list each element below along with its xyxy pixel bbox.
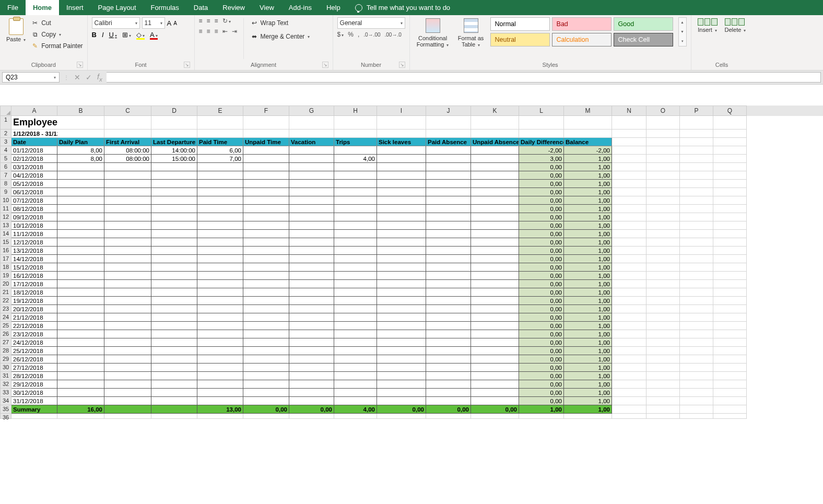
menu-formulas[interactable]: Formulas xyxy=(144,0,186,15)
cell[interactable] xyxy=(612,397,646,405)
cell[interactable] xyxy=(471,155,519,163)
cell[interactable] xyxy=(289,205,334,213)
cell[interactable] xyxy=(151,405,197,414)
cell[interactable] xyxy=(680,138,713,146)
cell[interactable] xyxy=(197,305,243,313)
cell[interactable] xyxy=(377,305,426,313)
cell[interactable] xyxy=(680,405,713,414)
cell[interactable] xyxy=(197,414,243,419)
cell[interactable] xyxy=(713,305,747,313)
cell[interactable] xyxy=(289,380,334,389)
cell[interactable] xyxy=(713,196,747,205)
row-header-7[interactable]: 7 xyxy=(0,171,11,180)
cell[interactable] xyxy=(334,397,377,405)
cell[interactable] xyxy=(426,330,471,338)
cell[interactable] xyxy=(646,364,680,372)
cell[interactable] xyxy=(612,130,646,138)
cell[interactable] xyxy=(471,163,519,171)
cell[interactable]: 15:00:00 xyxy=(151,155,197,163)
align-top-icon[interactable]: ≡ xyxy=(199,17,203,25)
cell[interactable] xyxy=(197,180,243,188)
cell[interactable] xyxy=(377,263,426,272)
col-header-N[interactable]: N xyxy=(612,106,646,116)
cell[interactable] xyxy=(377,380,426,389)
cell[interactable] xyxy=(151,130,197,138)
cell[interactable] xyxy=(289,130,334,138)
row-header-12[interactable]: 12 xyxy=(0,213,11,221)
clipboard-launcher[interactable]: ↘ xyxy=(77,62,83,68)
cell[interactable] xyxy=(243,355,289,364)
cell[interactable] xyxy=(612,163,646,171)
cell[interactable] xyxy=(471,389,519,397)
cell[interactable] xyxy=(151,116,197,130)
cell[interactable] xyxy=(197,247,243,255)
cell[interactable] xyxy=(680,364,713,372)
cell[interactable] xyxy=(243,280,289,288)
cell[interactable] xyxy=(471,272,519,280)
cell[interactable] xyxy=(197,221,243,230)
tell-me[interactable]: Tell me what you want to do xyxy=(348,0,450,15)
cell[interactable] xyxy=(377,116,426,130)
style-check-cell[interactable]: Check Cell xyxy=(614,33,673,46)
cell[interactable] xyxy=(151,213,197,221)
cell[interactable] xyxy=(377,238,426,247)
cell[interactable] xyxy=(334,263,377,272)
cell[interactable] xyxy=(243,288,289,297)
cell[interactable] xyxy=(243,155,289,163)
cell[interactable] xyxy=(243,364,289,372)
cell[interactable] xyxy=(243,305,289,313)
cell[interactable] xyxy=(426,347,471,355)
cell[interactable] xyxy=(243,171,289,180)
cell[interactable] xyxy=(334,372,377,380)
cell[interactable] xyxy=(713,364,747,372)
cell[interactable] xyxy=(612,116,646,130)
cell[interactable]: Vacation xyxy=(289,138,334,146)
cell[interactable] xyxy=(104,171,151,180)
cell[interactable] xyxy=(57,221,104,230)
cell[interactable] xyxy=(471,280,519,288)
cell[interactable] xyxy=(426,355,471,364)
cell[interactable]: 1,00 xyxy=(564,330,612,338)
cell[interactable]: 08:00:00 xyxy=(104,155,151,163)
cell[interactable] xyxy=(104,163,151,171)
cell[interactable] xyxy=(713,355,747,364)
cell[interactable] xyxy=(243,247,289,255)
cell[interactable] xyxy=(197,322,243,330)
cell[interactable] xyxy=(151,288,197,297)
cell[interactable] xyxy=(243,163,289,171)
cell[interactable] xyxy=(646,255,680,263)
cell[interactable]: 12/12/2018 xyxy=(11,238,57,247)
cell[interactable] xyxy=(377,213,426,221)
conditional-formatting-button[interactable]: Conditional Formatting xyxy=(414,17,452,49)
cell[interactable] xyxy=(334,355,377,364)
cell[interactable] xyxy=(289,389,334,397)
cell[interactable] xyxy=(57,305,104,313)
cell[interactable] xyxy=(197,364,243,372)
cell[interactable] xyxy=(197,230,243,238)
cell[interactable] xyxy=(612,138,646,146)
cell[interactable]: 26/12/2018 xyxy=(11,355,57,364)
menu-page-layout[interactable]: Page Layout xyxy=(91,0,144,15)
cell[interactable]: 0,00 xyxy=(519,397,564,405)
cell[interactable] xyxy=(612,364,646,372)
cell[interactable] xyxy=(104,130,151,138)
cell[interactable]: 0,00 xyxy=(426,405,471,414)
fill-color-button[interactable]: ◇ xyxy=(136,31,145,39)
cell[interactable]: 18/12/2018 xyxy=(11,288,57,297)
cell[interactable] xyxy=(519,130,564,138)
cell[interactable] xyxy=(57,180,104,188)
cell[interactable] xyxy=(104,280,151,288)
cell[interactable] xyxy=(104,221,151,230)
cell[interactable] xyxy=(197,372,243,380)
cell[interactable] xyxy=(680,180,713,188)
row-header-28[interactable]: 28 xyxy=(0,347,11,355)
cell[interactable] xyxy=(197,196,243,205)
cell[interactable] xyxy=(104,397,151,405)
cell[interactable] xyxy=(243,297,289,305)
cell[interactable] xyxy=(151,372,197,380)
row-header-16[interactable]: 16 xyxy=(0,247,11,255)
cell[interactable] xyxy=(334,205,377,213)
cell[interactable] xyxy=(471,355,519,364)
comma-format-icon[interactable]: , xyxy=(358,31,359,38)
menu-help[interactable]: Help xyxy=(319,0,348,15)
